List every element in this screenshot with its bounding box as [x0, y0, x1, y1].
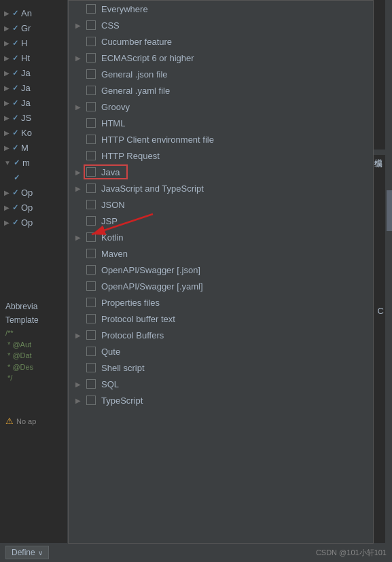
- dropdown-item-http-env[interactable]: HTTP Client environment file: [69, 131, 373, 147]
- dropdown-item-json2[interactable]: JSON: [69, 196, 373, 213]
- left-item-8[interactable]: ▶ ✓ Ko: [0, 125, 67, 140]
- checkbox-kotlin[interactable]: [86, 232, 96, 242]
- template-section: Template /** * @Aut * @Dat * @Des */: [0, 313, 68, 387]
- dropdown-item-everywhere[interactable]: Everywhere: [69, 1, 373, 17]
- dropdown-item-css[interactable]: ▶ CSS: [69, 17, 373, 33]
- dropdown-item-jsp[interactable]: JSP: [69, 213, 373, 229]
- left-item-1[interactable]: ▶ ✓ Gr: [0, 20, 67, 35]
- checkbox-maven[interactable]: [86, 249, 96, 258]
- checkbox-proto-text[interactable]: [86, 314, 96, 323]
- dropdown-item-cucumber[interactable]: Cucumber feature: [69, 33, 373, 50]
- check-3: ✓: [12, 54, 18, 63]
- dropdown-item-maven[interactable]: Maven: [69, 245, 373, 262]
- left-item-10[interactable]: ▼ ✓ m: [0, 155, 67, 170]
- dropdown-item-kotlin[interactable]: ▶ Kotlin: [69, 229, 373, 245]
- dropdown-item-openapi-yaml[interactable]: OpenAPI/Swagger [.yaml]: [69, 278, 373, 294]
- dropdown-item-ecma[interactable]: ▶ ECMAScript 6 or higher: [69, 50, 373, 66]
- label-openapi-yaml: OpenAPI/Swagger [.yaml]: [101, 281, 203, 292]
- checkbox-proto-buf[interactable]: [86, 330, 96, 340]
- item-label-3: Ht: [21, 53, 30, 63]
- item-label-11: Op: [21, 188, 33, 198]
- expand-icon-groovy: ▶: [75, 103, 85, 111]
- checkbox-shell[interactable]: [86, 363, 96, 372]
- expand-icon-ts: ▶: [75, 397, 85, 404]
- checkbox-json[interactable]: [86, 69, 96, 79]
- left-item-12[interactable]: ▶ ✓ Op: [0, 200, 67, 215]
- left-item-5[interactable]: ▶ ✓ Ja: [0, 80, 67, 95]
- expand-arrow-10: ▼: [4, 159, 11, 166]
- checkbox-ts[interactable]: [86, 396, 96, 405]
- label-yaml: General .yaml file: [101, 86, 170, 96]
- left-item-4[interactable]: ▶ ✓ Ja: [0, 65, 67, 80]
- label-shell: Shell script: [101, 363, 145, 373]
- checkbox-openapi-yaml[interactable]: [86, 281, 96, 291]
- dropdown-item-openapi-json[interactable]: OpenAPI/Swagger [.json]: [69, 262, 373, 278]
- item-label-5: Ja: [21, 83, 31, 93]
- dropdown-item-shell[interactable]: Shell script: [69, 359, 373, 376]
- left-item-0[interactable]: ▶ ✓ An: [0, 5, 67, 20]
- checkbox-groovy[interactable]: [86, 102, 96, 111]
- checkbox-ecma[interactable]: [86, 53, 96, 63]
- dropdown-item-http-req[interactable]: HTTP Request: [69, 147, 373, 164]
- checkbox-cucumber[interactable]: [86, 37, 96, 46]
- dropdown-item-sql[interactable]: ▶ SQL: [69, 376, 373, 392]
- left-item-3[interactable]: ▶ ✓ Ht: [0, 50, 67, 65]
- dropdown-item-html[interactable]: HTML: [69, 115, 373, 131]
- checkbox-http-env[interactable]: [86, 135, 96, 144]
- dropdown-item-ts[interactable]: ▶ TypeScript: [69, 392, 373, 408]
- checkbox-sql[interactable]: [86, 379, 96, 389]
- label-json: General .json file: [101, 69, 168, 80]
- expand-arrow-7: ▶: [4, 114, 10, 122]
- checkbox-qute[interactable]: [86, 347, 96, 356]
- left-item-6[interactable]: ▶ ✓ Ja: [0, 95, 67, 110]
- label-http-env: HTTP Client environment file: [101, 135, 214, 145]
- expand-arrow-12: ▶: [4, 204, 10, 211]
- left-item-7[interactable]: ▶ ✓ JS: [0, 110, 67, 125]
- checkbox-props[interactable]: [86, 298, 96, 307]
- template-line-1: * @Aut: [5, 339, 63, 351]
- left-item-9[interactable]: ▶ ✓ M: [0, 140, 67, 155]
- dropdown-item-groovy[interactable]: ▶ Groovy: [69, 99, 373, 115]
- label-http-req: HTTP Request: [101, 151, 160, 161]
- label-cucumber: Cucumber feature: [101, 37, 172, 47]
- define-button[interactable]: Define ∨: [5, 546, 49, 559]
- dropdown-item-proto-text[interactable]: Protocol buffer text: [69, 311, 373, 327]
- left-item-sub[interactable]: ✓: [0, 170, 67, 185]
- dropdown-item-proto-buf[interactable]: ▶ Protocol Buffers: [69, 327, 373, 343]
- expand-icon-java: ▶: [75, 169, 85, 176]
- expand-icon-sql: ▶: [75, 381, 85, 388]
- dropdown-item-qute[interactable]: Qute: [69, 343, 373, 359]
- check-sub: ✓: [14, 173, 20, 182]
- dropdown-item-js-ts[interactable]: ▶ JavaScript and TypeScript: [69, 180, 373, 196]
- checkbox-http-req[interactable]: [86, 151, 96, 160]
- checkbox-css[interactable]: [86, 20, 96, 30]
- dropdown-item-java[interactable]: ▶ Java: [69, 164, 373, 180]
- checkbox-openapi-json[interactable]: [86, 265, 96, 275]
- expand-icon-kotlin: ▶: [75, 234, 85, 241]
- right-scrollbar[interactable]: [385, 0, 392, 562]
- checkbox-jsp[interactable]: [86, 216, 96, 226]
- left-item-2[interactable]: ▶ ✓ H: [0, 35, 67, 50]
- check-13: ✓: [12, 218, 18, 227]
- dropdown-item-yaml[interactable]: General .yaml file: [69, 82, 373, 99]
- dropdown-item-props[interactable]: Properties files: [69, 294, 373, 311]
- left-item-11[interactable]: ▶ ✓ Op: [0, 185, 67, 200]
- dropdown-item-json[interactable]: General .json file: [69, 66, 373, 82]
- checkbox-html[interactable]: [86, 118, 96, 128]
- checkbox-yaml[interactable]: [86, 86, 96, 95]
- template-content: /** * @Aut * @Dat * @Des */: [5, 328, 63, 384]
- checkbox-json2[interactable]: [86, 200, 96, 209]
- check-8: ✓: [12, 128, 18, 137]
- checkbox-java[interactable]: [86, 167, 96, 177]
- expand-arrow-0: ▶: [4, 10, 10, 17]
- item-label-12: Op: [21, 203, 33, 213]
- label-sql: SQL: [101, 379, 119, 389]
- left-item-13[interactable]: ▶ ✓ Op: [0, 215, 67, 230]
- checkbox-js-ts[interactable]: [86, 183, 96, 193]
- check-0: ✓: [12, 9, 18, 18]
- checkbox-everywhere[interactable]: [86, 4, 96, 14]
- expand-arrow-11: ▶: [4, 189, 10, 196]
- left-panel-items: ▶ ✓ An ▶ ✓ Gr ▶ ✓ H ▶ ✓ Ht ▶ ✓ Ja ▶ ✓ Ja: [0, 0, 67, 235]
- bottom-bar: Define ∨ CSDN @101小轩101: [0, 543, 392, 562]
- scrollbar-thumb[interactable]: [387, 190, 392, 231]
